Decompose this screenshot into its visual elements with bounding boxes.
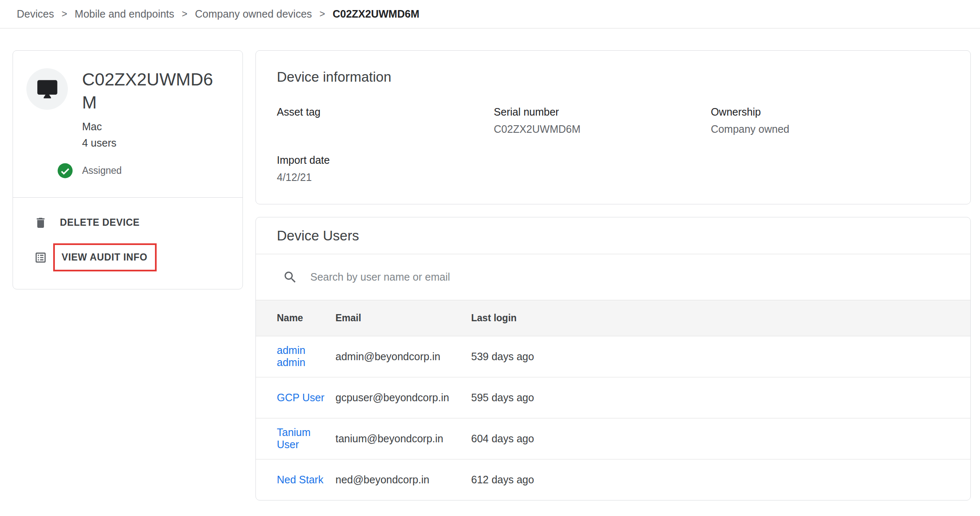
device-users-title: Device Users: [277, 228, 359, 244]
device-title: C02ZX2UWMD6M: [82, 68, 220, 114]
user-name-link[interactable]: Tanium User: [277, 426, 311, 450]
list-icon: [34, 251, 47, 264]
breadcrumb-mobile-endpoints[interactable]: Mobile and endpoints: [75, 8, 174, 20]
delete-device-button[interactable]: DELETE DEVICE: [34, 209, 230, 236]
table-row: Ned Stark ned@beyondcorp.in 612 days ago: [256, 459, 970, 500]
field-label: Serial number: [494, 106, 711, 118]
user-name-link[interactable]: Ned Stark: [277, 474, 323, 485]
column-header-name: Name: [256, 300, 335, 336]
main-content: C02ZX2UWMD6M Mac 4 users Assigned: [0, 28, 980, 516]
device-status: Assigned: [57, 163, 226, 179]
user-last-login: 604 days ago: [471, 418, 970, 459]
field-import-date: Import date 4/12/21: [277, 154, 494, 184]
breadcrumb-current-device: C02ZX2UWMD6M: [333, 8, 419, 20]
device-summary: C02ZX2UWMD6M Mac 4 users Assigned: [13, 51, 242, 197]
search-input[interactable]: [310, 271, 844, 283]
check-circle-icon: [57, 163, 73, 179]
chevron-right-icon: >: [62, 8, 67, 20]
table-header-row: Name Email Last login: [256, 300, 970, 336]
view-audit-info-button[interactable]: VIEW AUDIT INFO: [34, 243, 230, 271]
device-summary-card: C02ZX2UWMD6M Mac 4 users Assigned: [13, 50, 243, 289]
view-audit-info-label: VIEW AUDIT INFO: [62, 252, 147, 263]
user-email: gcpuser@beyondcorp.in: [335, 377, 471, 418]
annotation-highlight: VIEW AUDIT INFO: [53, 243, 157, 271]
device-information-card: Device information Asset tag Serial numb…: [255, 50, 971, 204]
device-information-title: Device information: [277, 69, 949, 85]
table-row: admin admin admin@beyondcorp.in 539 days…: [256, 336, 970, 377]
device-avatar: [26, 68, 68, 110]
breadcrumb-devices[interactable]: Devices: [17, 8, 54, 20]
user-search-bar: [256, 254, 970, 300]
field-label: Ownership: [711, 106, 949, 118]
user-email: tanium@beyondcorp.in: [335, 418, 471, 459]
user-name-link[interactable]: admin admin: [277, 344, 305, 368]
user-last-login: 595 days ago: [471, 377, 970, 418]
column-header-last-login: Last login: [471, 300, 970, 336]
user-last-login: 612 days ago: [471, 459, 970, 500]
chevron-right-icon: >: [320, 8, 325, 20]
device-type: Mac: [82, 121, 226, 133]
content-column: Device information Asset tag Serial numb…: [255, 50, 971, 501]
user-last-login: 539 days ago: [471, 336, 970, 377]
device-users-header: Device Users: [256, 217, 970, 254]
field-label: Asset tag: [277, 106, 494, 118]
delete-device-label: DELETE DEVICE: [60, 209, 140, 236]
device-information-fields: Asset tag Serial number C02ZX2UWMD6M Own…: [277, 106, 949, 184]
table-row: GCP User gcpuser@beyondcorp.in 595 days …: [256, 377, 970, 418]
breadcrumb-company-owned-devices[interactable]: Company owned devices: [195, 8, 312, 20]
breadcrumb: Devices > Mobile and endpoints > Company…: [0, 0, 980, 28]
field-value: Company owned: [711, 123, 949, 136]
user-email: admin@beyondcorp.in: [335, 336, 471, 377]
search-icon: [283, 270, 298, 285]
field-value: C02ZX2UWMD6M: [494, 123, 711, 136]
device-user-count: 4 users: [82, 137, 226, 149]
trash-icon: [34, 216, 47, 230]
field-value: 4/12/21: [277, 171, 494, 184]
field-ownership: Ownership Company owned: [711, 106, 949, 136]
device-users-card: Device Users Name Email Last login: [255, 217, 971, 501]
chevron-right-icon: >: [182, 8, 187, 20]
device-actions: DELETE DEVICE VIEW AUDIT INFO: [13, 198, 242, 289]
column-header-email: Email: [335, 300, 471, 336]
field-asset-tag: Asset tag: [277, 106, 494, 136]
device-users-table: Name Email Last login admin admin admin@…: [256, 300, 970, 500]
status-badge: Assigned: [82, 165, 122, 176]
table-row: Tanium User tanium@beyondcorp.in 604 day…: [256, 418, 970, 459]
user-email: ned@beyondcorp.in: [335, 459, 471, 500]
field-serial-number: Serial number C02ZX2UWMD6M: [494, 106, 711, 136]
user-name-link[interactable]: GCP User: [277, 392, 324, 403]
field-label: Import date: [277, 154, 494, 166]
field-value: [277, 123, 494, 136]
desktop-monitor-icon: [36, 78, 58, 100]
